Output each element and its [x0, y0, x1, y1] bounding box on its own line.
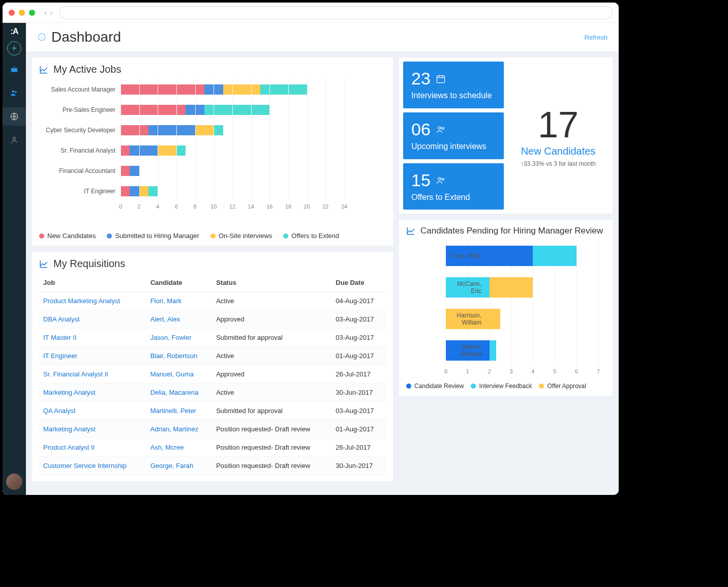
axis-tick: 6 — [575, 368, 578, 374]
bar-segment — [260, 84, 307, 95]
job-link[interactable]: Product Analyst II — [43, 444, 95, 451]
due-date-cell: 03-Aug-2017 — [331, 329, 386, 347]
kpi-upcoming-interviews[interactable]: 06 Upcoming interviews — [403, 112, 504, 159]
status-cell: Active — [212, 292, 331, 310]
page-title: Dashboard — [37, 29, 121, 45]
bar-segment — [490, 277, 533, 298]
window-zoom-button[interactable] — [29, 10, 35, 16]
due-date-cell: 26-Jul-2017 — [331, 365, 386, 384]
job-link[interactable]: IT Master II — [43, 334, 77, 341]
candidate-link[interactable]: George, Farah — [150, 462, 194, 469]
sidebar: :A + — [3, 23, 26, 495]
kpi-delta: ↑33.33% vs 3 for last month — [521, 160, 596, 167]
sidebar-item-jobs[interactable] — [3, 61, 26, 79]
browser-forward-button[interactable]: › — [50, 8, 52, 17]
status-cell: Submitted for approval — [212, 402, 331, 420]
axis-tick: 12 — [229, 203, 235, 210]
kpi-panel: 23 Interviews to schedule 06 Upcoming in… — [399, 57, 613, 214]
bar-segment — [533, 246, 577, 266]
pending-title: Candidates Pending for Hiring Manager Re… — [420, 226, 603, 236]
briefcase-icon — [10, 65, 19, 74]
candidate-link[interactable]: Adrian, Martinez — [150, 425, 199, 433]
candidate-link[interactable]: Blair, Robertson — [150, 352, 198, 360]
sidebar-add-button[interactable]: + — [7, 41, 21, 55]
job-link[interactable]: IT Engineer — [43, 352, 77, 360]
axis-tick: 0 — [444, 368, 447, 374]
bar-segment — [223, 84, 260, 95]
candidate-link[interactable]: Jason, Fowler — [150, 334, 192, 341]
table-header: Candidate — [146, 274, 212, 292]
active-jobs-chart: Sales Account ManagerPre-Sales EngineerC… — [39, 79, 386, 228]
chart-icon — [39, 65, 48, 74]
axis-tick: 2 — [138, 203, 141, 210]
job-link[interactable]: DBA Analyst — [43, 315, 80, 323]
browser-back-button[interactable]: ‹ — [44, 8, 47, 17]
candidate-link[interactable]: Martinelli, Peter — [150, 407, 196, 415]
chart-category-label: Sales Account Manager — [39, 86, 115, 93]
chart-category-label: Brown, Michael — [446, 343, 481, 358]
legend-item: Interview Feedback — [471, 383, 532, 390]
axis-tick: 8 — [194, 203, 197, 210]
status-cell: Approved — [212, 365, 331, 384]
job-link[interactable]: QA Analyst — [43, 407, 76, 415]
kpi-number: 23 — [411, 69, 431, 89]
candidate-link[interactable]: Ash, Mcree — [150, 444, 184, 451]
bar-segment — [186, 105, 204, 115]
job-link[interactable]: Sr. Financial Analyst II — [43, 370, 108, 378]
kpi-interviews-schedule[interactable]: 23 Interviews to schedule — [403, 62, 504, 108]
bar-segment — [158, 145, 176, 156]
table-header: Job — [39, 274, 146, 292]
axis-tick: 6 — [175, 203, 178, 210]
axis-tick: 7 — [597, 368, 600, 374]
active-jobs-card: My Active Jobs Sales Account ManagerPre-… — [32, 57, 393, 246]
bar-segment — [130, 145, 158, 156]
axis-tick: 4 — [531, 368, 534, 374]
window-minimize-button[interactable] — [19, 10, 25, 16]
axis-tick: 3 — [510, 368, 513, 374]
due-date-cell: 01-Aug-2017 — [331, 420, 386, 438]
job-link[interactable]: Customer Service Internship — [43, 462, 127, 469]
chart-category-label: Harrison, William — [446, 312, 481, 326]
candidate-link[interactable]: Alert, Alex — [150, 315, 180, 323]
chart-category-label: Sr. Financial Analyst — [39, 147, 115, 154]
user-avatar[interactable] — [6, 474, 22, 490]
sidebar-item-profile[interactable] — [3, 131, 26, 149]
window-close-button[interactable] — [9, 10, 15, 16]
svg-point-10 — [438, 178, 441, 180]
kpi-new-candidates[interactable]: 17 New Candidates ↑33.33% vs 3 for last … — [508, 62, 609, 210]
axis-tick: 16 — [266, 203, 272, 210]
calendar-icon — [436, 74, 446, 84]
svg-point-11 — [442, 178, 444, 180]
table-row: Marketing Analyst Delia, Macarena Active… — [39, 384, 386, 402]
chart-category-label: Cyber Security Developer — [39, 127, 115, 134]
table-row: Sr. Financial Analyst II Manuel, Guma Ap… — [39, 365, 386, 384]
axis-tick: 4 — [156, 203, 159, 210]
status-cell: Active — [212, 347, 331, 365]
job-link[interactable]: Marketing Analyst — [43, 425, 96, 433]
address-bar[interactable] — [59, 6, 613, 19]
chart-category-label: Pre-Sales Engineer — [39, 106, 115, 113]
status-cell: Position requested- Draft review — [212, 457, 331, 475]
axis-tick: 1 — [466, 368, 469, 374]
job-link[interactable]: Marketing Analyst — [43, 389, 96, 396]
bar-segment — [120, 84, 204, 95]
user-icon — [10, 136, 18, 144]
svg-point-0 — [12, 91, 15, 93]
bar-segment — [176, 145, 186, 156]
candidate-link[interactable]: Delia, Macarena — [150, 389, 199, 396]
refresh-link[interactable]: Refresh — [584, 34, 608, 41]
legend-item: Candidate Review — [406, 383, 464, 390]
table-row: DBA Analyst Alert, Alex Approved 03-Aug-… — [39, 310, 386, 329]
sidebar-item-people[interactable] — [3, 84, 26, 102]
legend-item: Offers to Extend — [283, 232, 339, 240]
page-title-text: Dashboard — [51, 29, 121, 45]
kpi-offers-extend[interactable]: 15 Offers to Extend — [403, 163, 504, 210]
sidebar-item-dashboard[interactable] — [3, 107, 26, 126]
axis-tick: 24 — [341, 203, 347, 210]
people-icon — [10, 89, 19, 98]
candidate-link[interactable]: Flori, Mark — [150, 297, 181, 305]
job-link[interactable]: Product Marketing Analyst — [43, 297, 120, 305]
candidate-link[interactable]: Manuel, Guma — [150, 370, 194, 378]
bar-segment — [139, 186, 148, 196]
status-cell: Position requested- Draft review — [212, 420, 331, 438]
